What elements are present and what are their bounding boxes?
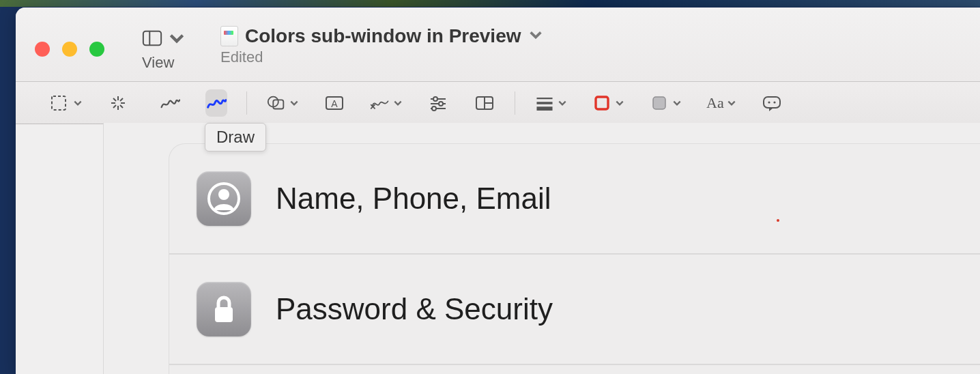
adjust-color-tool[interactable] xyxy=(427,89,449,117)
sidebar-icon xyxy=(142,29,162,50)
toolbar-separator xyxy=(246,91,247,115)
lock-icon xyxy=(197,282,251,336)
svg-point-35 xyxy=(218,189,229,200)
svg-point-32 xyxy=(768,101,770,103)
row-label: Password & Security xyxy=(276,292,553,326)
annotation-mark xyxy=(777,219,779,222)
document-icon xyxy=(220,26,238,46)
row-label: Name, Phone, Email xyxy=(276,182,551,216)
svg-point-22 xyxy=(432,106,436,111)
font-style-tool[interactable]: Aa xyxy=(706,89,736,117)
svg-rect-29 xyxy=(596,97,608,109)
settings-row-name-phone-email: Name, Phone, Email xyxy=(169,144,980,255)
svg-point-33 xyxy=(773,101,775,103)
svg-rect-0 xyxy=(143,31,161,46)
markup-toolbar: A xyxy=(16,82,980,124)
settings-panel-image: Name, Phone, Email Password & Security xyxy=(169,143,980,374)
fill-color-tool[interactable] xyxy=(649,89,682,117)
desktop-background xyxy=(0,0,980,7)
preview-window: View Colors sub-window in Preview Edited xyxy=(16,8,980,374)
svg-rect-31 xyxy=(764,97,780,108)
font-icon: Aa xyxy=(706,94,724,112)
selection-tool[interactable] xyxy=(50,89,83,117)
svg-rect-36 xyxy=(215,307,233,322)
annotate-tool[interactable] xyxy=(761,89,783,117)
document-status: Edited xyxy=(220,48,543,66)
close-button[interactable] xyxy=(35,42,50,57)
draw-tool[interactable] xyxy=(205,89,227,117)
svg-line-8 xyxy=(120,98,123,101)
chevron-down-icon xyxy=(167,29,187,50)
tooltip-label: Draw xyxy=(216,128,255,146)
shapes-tool[interactable] xyxy=(266,89,299,117)
svg-line-10 xyxy=(120,105,123,108)
line-style-tool[interactable] xyxy=(534,89,567,117)
view-label: View xyxy=(142,54,187,72)
svg-line-9 xyxy=(113,105,116,108)
svg-rect-2 xyxy=(52,96,66,110)
tooltip-draw: Draw xyxy=(205,123,266,152)
window-title[interactable]: Colors sub-window in Preview xyxy=(245,25,521,47)
view-menu[interactable]: View xyxy=(142,29,187,72)
border-color-tool[interactable] xyxy=(592,89,624,117)
svg-point-18 xyxy=(433,97,437,101)
svg-rect-30 xyxy=(653,97,665,109)
minimize-button[interactable] xyxy=(62,42,77,57)
title-group: Colors sub-window in Preview Edited xyxy=(220,25,543,66)
window-controls xyxy=(35,42,104,57)
instant-alpha-tool[interactable] xyxy=(107,89,129,117)
svg-point-20 xyxy=(439,102,443,106)
settings-row-password-security: Password & Security xyxy=(169,255,980,365)
text-tool[interactable]: A xyxy=(323,89,345,117)
maximize-button[interactable] xyxy=(89,42,104,57)
toolbar-separator xyxy=(515,91,515,115)
adjust-size-tool[interactable] xyxy=(474,89,495,117)
document-canvas[interactable]: Name, Phone, Email Password & Security xyxy=(103,123,980,374)
sign-tool[interactable] xyxy=(370,89,403,117)
sketch-tool[interactable] xyxy=(159,89,181,117)
title-chevron-icon[interactable] xyxy=(528,27,543,45)
window-titlebar: View Colors sub-window in Preview Edited xyxy=(16,8,980,82)
person-icon xyxy=(197,171,251,226)
svg-line-7 xyxy=(113,98,116,101)
svg-text:A: A xyxy=(331,98,338,109)
